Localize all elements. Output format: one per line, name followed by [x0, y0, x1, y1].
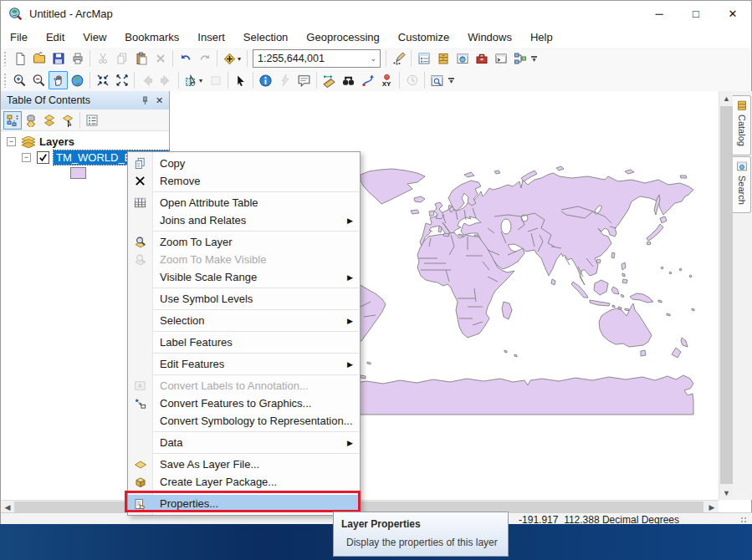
menu-bookmarks[interactable]: Bookmarks: [115, 26, 188, 48]
select-features-dropdown-icon[interactable]: ▾: [199, 77, 206, 84]
time-slider-tool[interactable]: [402, 71, 422, 89]
save-button[interactable]: [49, 49, 68, 68]
fixed-zoom-out-tool[interactable]: [112, 71, 131, 89]
select-elements-tool[interactable]: [231, 71, 250, 89]
scroll-down-icon[interactable]: ▼: [719, 486, 734, 500]
map-scale-combobox[interactable]: 1:255,644,001 ⌄: [253, 49, 381, 68]
undo-button[interactable]: [176, 49, 195, 68]
menu-file[interactable]: File: [1, 26, 37, 48]
maximize-button[interactable]: □: [678, 1, 714, 26]
resize-grip[interactable]: [740, 517, 748, 524]
layer-symbol-swatch[interactable]: [70, 167, 86, 179]
menu-view[interactable]: View: [74, 26, 115, 48]
viewer-window-tool[interactable]: [427, 71, 447, 89]
search-tab[interactable]: Search: [733, 156, 751, 213]
submenu-arrow-icon: ▶: [347, 439, 353, 447]
menu-item-save-as-layer-file[interactable]: Save As Layer File...: [128, 456, 360, 473]
toc-options-button[interactable]: [83, 111, 101, 130]
menu-item-convert-labels-to-annotation[interactable]: A Convert Labels to Annotation...: [128, 377, 360, 395]
vertical-scrollbar-thumb[interactable]: [720, 106, 733, 484]
menu-item-zoom-to-layer[interactable]: Zoom To Layer: [128, 233, 360, 251]
select-features-tool[interactable]: [182, 71, 201, 89]
list-by-selection-button[interactable]: [59, 111, 77, 130]
close-button[interactable]: ✕: [714, 1, 751, 26]
menu-customize[interactable]: Customize: [389, 26, 458, 48]
scroll-left-icon[interactable]: ◀: [1, 501, 14, 513]
menu-item-selection[interactable]: Selection ▶: [128, 312, 360, 329]
scroll-up-icon[interactable]: ▲: [719, 91, 734, 105]
menu-item-convert-features-to-graphics[interactable]: Convert Features to Graphics...: [128, 395, 360, 412]
hyperlink-tool[interactable]: [275, 71, 294, 89]
paste-button[interactable]: [131, 49, 151, 68]
catalog-tab[interactable]: Catalog: [733, 95, 751, 155]
layers-group-label[interactable]: Layers: [39, 135, 74, 148]
toolbar-overflow-icon[interactable]: ▾: [531, 56, 537, 62]
menu-item-copy[interactable]: Copy: [128, 155, 360, 172]
menu-geoprocessing[interactable]: Geoprocessing: [297, 26, 388, 48]
menu-item-use-symbol-levels[interactable]: Use Symbol Levels: [128, 290, 360, 308]
fixed-zoom-in-tool[interactable]: [93, 71, 112, 89]
menu-item-convert-symbology-to-representation[interactable]: Convert Symbology to Representation...: [128, 412, 360, 430]
menu-item-open-attribute-table[interactable]: Open Attribute Table: [128, 194, 360, 211]
list-by-source-button[interactable]: [22, 111, 40, 130]
html-popup-tool[interactable]: [294, 71, 314, 89]
combo-chevron-icon[interactable]: ⌄: [370, 54, 376, 63]
menu-item-data[interactable]: Data ▶: [128, 434, 360, 451]
arctoolbox-button[interactable]: [472, 49, 491, 68]
minimize-button[interactable]: ─: [641, 1, 678, 26]
collapse-icon[interactable]: −: [22, 153, 31, 162]
new-document-button[interactable]: [10, 49, 29, 68]
toolbar-drag-handle[interactable]: [3, 51, 7, 66]
menu-item-zoom-to-make-visible[interactable]: Zoom To Make Visible: [128, 251, 360, 268]
full-extent-tool[interactable]: [68, 71, 87, 89]
measure-tool[interactable]: [320, 71, 339, 89]
go-back-extent-button[interactable]: [137, 71, 156, 89]
toolbar-drag-handle[interactable]: [3, 73, 7, 88]
zoom-in-tool[interactable]: [10, 71, 29, 89]
python-window-button[interactable]: [491, 49, 510, 68]
toc-close-icon[interactable]: ✕: [152, 94, 166, 108]
layer-visibility-checkbox[interactable]: [37, 151, 49, 164]
identify-tool[interactable]: [256, 71, 275, 89]
menu-item-joins-and-relates[interactable]: Joins and Relates ▶: [128, 211, 360, 229]
scroll-right-icon[interactable]: ▶: [705, 501, 719, 513]
modelbuilder-button[interactable]: [510, 49, 529, 68]
toc-header[interactable]: Table Of Contents ✕: [1, 91, 169, 110]
menu-item-visible-scale-range[interactable]: Visible Scale Range ▶: [128, 268, 360, 286]
collapse-icon[interactable]: −: [7, 137, 16, 146]
copy-button[interactable]: [112, 49, 131, 68]
menu-selection[interactable]: Selection: [234, 26, 297, 48]
list-by-drawing-order-button[interactable]: [3, 111, 22, 130]
find-tool[interactable]: [339, 71, 358, 89]
list-by-visibility-button[interactable]: [40, 111, 59, 130]
open-button[interactable]: [29, 49, 49, 68]
menu-item-label-features[interactable]: Label Features: [128, 333, 360, 351]
delete-button[interactable]: [151, 49, 170, 68]
go-forward-extent-button[interactable]: [156, 71, 176, 89]
zoom-out-tool[interactable]: [29, 71, 49, 89]
table-of-contents-button[interactable]: [414, 49, 433, 68]
print-button[interactable]: [68, 49, 87, 68]
add-data-dropdown-icon[interactable]: ▾: [238, 55, 244, 63]
menu-item-remove[interactable]: Remove: [128, 172, 360, 190]
pin-icon[interactable]: [138, 94, 152, 108]
go-to-xy-tool[interactable]: XY: [377, 71, 396, 89]
catalog-window-button[interactable]: [433, 49, 453, 68]
add-data-button[interactable]: [220, 49, 239, 68]
cut-button[interactable]: [93, 49, 112, 68]
redo-button[interactable]: [195, 49, 214, 68]
toolbar-overflow-icon[interactable]: ▾: [448, 78, 454, 84]
find-route-tool[interactable]: [358, 71, 377, 89]
menu-windows[interactable]: Windows: [458, 26, 521, 48]
editor-toolbar-button[interactable]: [389, 49, 408, 68]
clear-selected-features-button[interactable]: [206, 71, 225, 89]
vertical-scrollbar[interactable]: ▲ ▼: [719, 91, 734, 500]
menu-help[interactable]: Help: [521, 26, 562, 48]
pan-tool[interactable]: [49, 71, 68, 89]
menu-item-edit-features[interactable]: Edit Features ▶: [128, 355, 360, 373]
search-window-button[interactable]: [453, 49, 472, 68]
menu-edit[interactable]: Edit: [37, 26, 74, 48]
submenu-arrow-icon: ▶: [347, 273, 353, 282]
menu-insert[interactable]: Insert: [188, 26, 234, 48]
menu-item-create-layer-package[interactable]: Create Layer Package...: [128, 473, 360, 491]
